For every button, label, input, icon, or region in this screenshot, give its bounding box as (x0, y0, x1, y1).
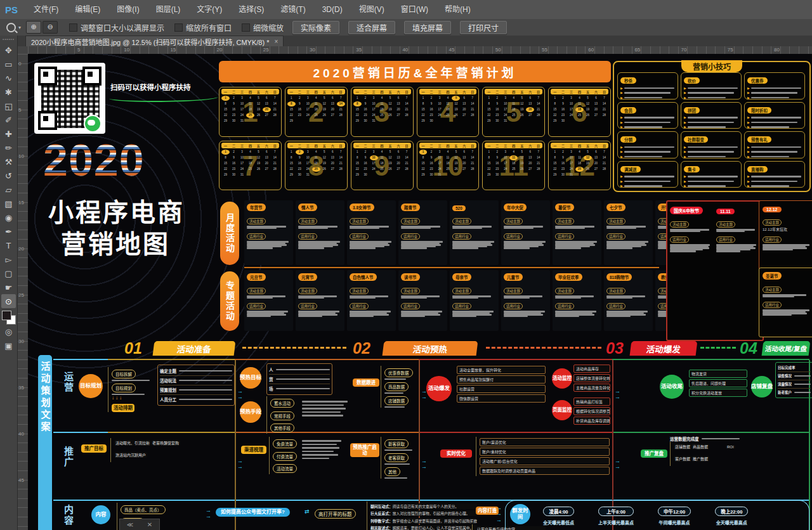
festival-card-元旦节: 元旦节活动主题适用行业 (244, 270, 293, 331)
flow-arrows: →→ (615, 389, 620, 401)
node-warmup-means: 预热手段 (240, 401, 261, 423)
gradient-tool[interactable]: ▧ (1, 197, 16, 210)
date: 17 (435, 161, 443, 166)
option-checkbox-1[interactable]: 调整窗口大小以满屏显示 (69, 22, 164, 33)
node-warmup-promo-launch: 预热推广启动 (350, 443, 379, 457)
date: 7 (403, 150, 411, 155)
screen-mode-icon[interactable]: ▣ (1, 339, 16, 352)
zoom-out-button[interactable]: ⊖ (43, 21, 58, 34)
healing-brush-tool[interactable]: ✚ (1, 127, 16, 141)
close-icon[interactable]: ✕ (147, 521, 152, 528)
move-tool[interactable]: ✥ (1, 43, 16, 57)
tip-card-12: 直播购▶▶▶ (744, 161, 805, 188)
date: 12 (452, 101, 460, 107)
date: 15 (221, 161, 230, 166)
weekday: 六 (396, 143, 400, 148)
eyedropper-tool[interactable]: ✐ (1, 113, 16, 127)
blur-tool[interactable]: ◉ (1, 210, 16, 224)
checkbox-box[interactable] (69, 23, 77, 32)
date: 15 (287, 107, 296, 112)
date: 19 (452, 107, 460, 112)
option-checkbox-2[interactable]: 缩放所有窗口 (174, 22, 232, 33)
date: 28 (468, 167, 476, 172)
option-button-4[interactable]: 打印尺寸 (460, 21, 507, 34)
menu-item-1[interactable]: 文件(F) (25, 0, 67, 19)
document-canvas[interactable]: 扫码可以获得小程序扶持 2020 小程序电商 营销地图 2020营销日历&全年营… (28, 54, 812, 530)
magic-wand-tool[interactable]: ✱ (1, 85, 16, 99)
time-caption: 全天曝光最低点 (543, 519, 574, 526)
date: 31 (435, 172, 443, 178)
menu-item-6[interactable]: 选择(S) (230, 0, 272, 19)
pill-store-data: 店铺数据 (384, 396, 409, 405)
panel-grip[interactable]: ▪▪▪▪▪▪ (3, 37, 15, 41)
date: 23 (296, 113, 304, 118)
pill-water-storage: 蓄水活动 (270, 399, 294, 408)
type-tool[interactable]: T (1, 238, 16, 252)
menu-item-3[interactable]: 图像(I) (108, 0, 147, 19)
date: 10 (370, 101, 378, 107)
tip-bullet: ▶ (747, 175, 802, 178)
zoom-tool[interactable]: ⊙ (1, 294, 16, 308)
menu-item-7[interactable]: 滤镜(T) (272, 0, 313, 19)
menu-item-11[interactable]: 帮助(H) (436, 0, 479, 19)
history-brush-tool[interactable]: ↺ (1, 169, 16, 183)
date: 15 (485, 161, 493, 166)
collapsed-panel[interactable]: ≪ ✕ (119, 519, 160, 530)
bullet-icon: ▶ (747, 121, 750, 124)
option-button-2[interactable]: 适合屏幕 (348, 21, 395, 34)
color-swatches[interactable] (2, 311, 16, 325)
oct-nov-card: 国庆&中秋节 活动主题 适用行业 11.11 活动主题 适用行业 (666, 200, 764, 341)
menu-item-4[interactable]: 图层(L) (148, 0, 189, 19)
option-button-3[interactable]: 填充屏幕 (404, 21, 451, 34)
document-tab[interactable]: 2020小程序电商营销地图.jpg @ 12.5% (扫码可以获得小程序扶持, … (25, 36, 284, 46)
collapse-icon[interactable]: ≪ (127, 521, 133, 528)
clone-stamp-tool[interactable]: ⚒ (1, 155, 16, 169)
checkbox-box[interactable] (174, 23, 183, 32)
zoom-tool-icon[interactable] (6, 23, 16, 32)
date: 21 (271, 161, 279, 166)
checkbox-box[interactable] (242, 23, 250, 32)
date: 3 (501, 96, 509, 101)
foreground-color-swatch[interactable] (2, 311, 11, 320)
path-select-tool[interactable]: ▻ (1, 252, 16, 266)
hand-tool[interactable]: ☛ (1, 280, 16, 294)
date: 16 (427, 161, 435, 166)
bullet-icon: ▶ (747, 116, 750, 119)
lasso-tool[interactable]: ∿ (1, 71, 16, 85)
tip-bullet: ▶ (747, 146, 802, 149)
menu-item-10[interactable]: 窗口(W) (393, 0, 436, 19)
date: 8 (551, 101, 559, 107)
chevron-down-icon[interactable]: ▾ (18, 25, 21, 30)
calendar-month-9: 一二三四五六日912345678910111213141516171819202… (351, 141, 414, 191)
date: 9 (427, 155, 435, 160)
weekday: 三 (240, 89, 244, 94)
node-store-review: 店铺复盘 (751, 376, 773, 398)
quick-mask-icon[interactable]: ◎ (1, 325, 16, 339)
marquee-tool[interactable]: ▭ (1, 57, 16, 71)
option-checkbox-3[interactable]: 细微缩放 (242, 22, 284, 33)
weekday: 三 (438, 89, 441, 94)
shape-tool[interactable]: ▢ (1, 266, 16, 280)
option-button-1[interactable]: 实际像素 (292, 21, 339, 34)
node-data-follow: 数据跟进 (353, 378, 379, 387)
bullet-icon: ▶ (684, 96, 686, 100)
close-icon[interactable]: × (274, 38, 278, 45)
bullet-icon: ▶ (620, 87, 623, 90)
date: 15 (221, 107, 230, 112)
date: 24 (370, 113, 378, 118)
weekday: 三 (372, 89, 376, 94)
date: 18 (443, 161, 452, 166)
menu-item-8[interactable]: 3D(D) (314, 0, 351, 19)
menu-item-2[interactable]: 编辑(E) (67, 0, 108, 19)
brush-tool[interactable]: ✏ (1, 141, 16, 155)
menu-item-9[interactable]: 视图(V) (351, 0, 393, 19)
text-line (688, 117, 738, 119)
zoom-in-button[interactable]: ⊕ (26, 21, 41, 34)
date: 13 (526, 101, 534, 107)
menu-item-5[interactable]: 文字(Y) (188, 0, 230, 19)
date: 4 (312, 96, 320, 101)
pen-tool[interactable]: ✒ (1, 224, 16, 238)
eraser-tool[interactable]: ▱ (1, 183, 16, 197)
crop-tool[interactable]: ◱ (1, 99, 16, 113)
date: 2 (427, 150, 435, 155)
